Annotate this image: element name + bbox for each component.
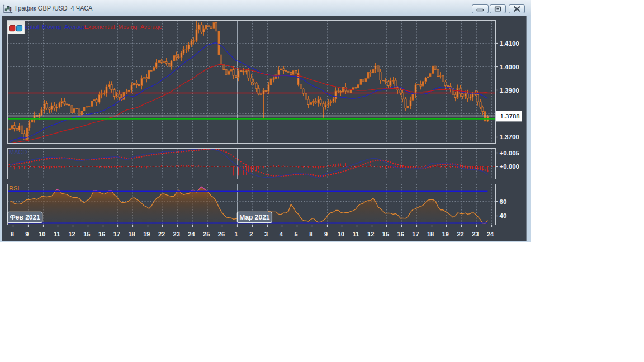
svg-text:1.3788: 1.3788 (500, 113, 520, 120)
svg-text:19: 19 (442, 231, 449, 237)
svg-text:25: 25 (203, 231, 210, 237)
svg-text:16: 16 (397, 231, 404, 237)
svg-text:3: 3 (264, 231, 268, 237)
svg-text:23: 23 (173, 231, 180, 237)
svg-text:23: 23 (472, 231, 479, 237)
svg-text:17: 17 (113, 231, 120, 237)
svg-text:18: 18 (128, 231, 135, 237)
svg-text:10: 10 (338, 231, 344, 237)
svg-text:8: 8 (309, 231, 312, 237)
svg-text:15: 15 (382, 231, 389, 237)
svg-text:10: 10 (39, 231, 45, 237)
svg-text:17: 17 (412, 231, 419, 237)
svg-text:2: 2 (249, 231, 253, 237)
svg-text:12: 12 (367, 231, 374, 237)
svg-text:19: 19 (143, 231, 150, 237)
svg-text:40: 40 (500, 212, 507, 219)
svg-text:9: 9 (324, 231, 328, 237)
svg-text:18: 18 (427, 231, 434, 237)
svg-text:ential_Moving_Average: ential_Moving_Average (25, 23, 87, 30)
svg-text:1.4100: 1.4100 (500, 40, 519, 47)
svg-text:Мар 2021: Мар 2021 (239, 213, 270, 221)
svg-text:8: 8 (11, 231, 14, 237)
svg-text:Exponential_Moving_Average: Exponential_Moving_Average (84, 23, 162, 30)
svg-text:1.3700: 1.3700 (500, 134, 519, 140)
svg-text:11: 11 (54, 231, 60, 237)
svg-text:+0.000: +0.000 (500, 163, 520, 170)
svg-text:12: 12 (68, 231, 75, 237)
svg-text:15: 15 (83, 231, 90, 237)
svg-text:RSI: RSI (9, 185, 19, 192)
svg-text:9: 9 (25, 231, 29, 237)
svg-text:1.3900: 1.3900 (500, 87, 519, 94)
svg-text:22: 22 (158, 231, 165, 237)
svg-text:22: 22 (457, 231, 463, 237)
svg-text:MACD: MACD (9, 149, 27, 155)
svg-text:1: 1 (235, 231, 238, 237)
svg-text:24: 24 (487, 231, 494, 237)
svg-text:16: 16 (98, 231, 105, 237)
svg-text:4: 4 (280, 231, 283, 237)
svg-text:60: 60 (500, 198, 507, 205)
svg-text:11: 11 (353, 231, 359, 237)
svg-text:1.4000: 1.4000 (500, 64, 519, 70)
svg-text:Фев 2021: Фев 2021 (10, 213, 41, 221)
svg-text:26: 26 (218, 231, 225, 237)
svg-text:5: 5 (295, 231, 298, 237)
svg-text:24: 24 (188, 231, 195, 237)
svg-text:+0.005: +0.005 (500, 150, 520, 156)
